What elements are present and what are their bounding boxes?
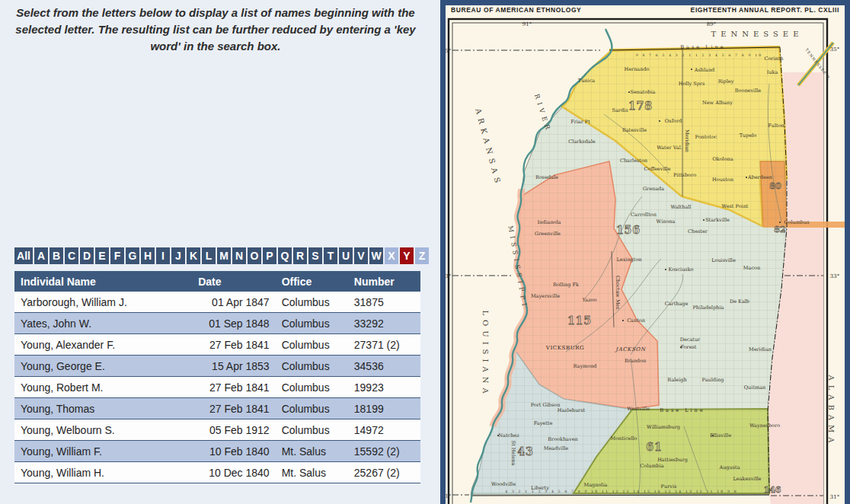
cell-date: 05 Feb 1912 (192, 419, 275, 441)
letter-p[interactable]: P (263, 247, 276, 264)
town-label: Oxford (665, 118, 682, 124)
cell-name: Young, George E. (14, 356, 192, 377)
town-label: Quitman (744, 384, 765, 391)
col-header-date: Date (192, 271, 275, 292)
town-label: Corinth (764, 56, 783, 62)
letter-all[interactable]: All (14, 247, 33, 264)
town-label: Fulton (768, 123, 784, 129)
town-label: Williamsburg (647, 424, 680, 430)
lon-label: 89° (707, 21, 716, 27)
letter-j[interactable]: J (171, 247, 185, 264)
map-header-right: EIGHTEENTH ANNUAL REPORT. PL. CXLIII (691, 6, 839, 14)
letter-i[interactable]: I (156, 247, 170, 264)
cell-date: 27 Feb 1841 (192, 398, 275, 419)
table-row: Young, Robert M.27 Feb 1841Columbus19923 (14, 377, 420, 398)
cell-office: Mt. Salus (276, 462, 348, 483)
cell-date: 10 Feb 1840 (192, 441, 275, 462)
letter-q[interactable]: Q (278, 247, 292, 264)
cell-date: 01 Sep 1848 (192, 313, 275, 334)
cell-office: Columbus (276, 419, 348, 441)
letter-g[interactable]: G (126, 247, 139, 264)
letter-m[interactable]: M (217, 247, 231, 264)
state-label-tennessee: TENNESSEE (711, 30, 804, 38)
letter-s[interactable]: S (308, 247, 322, 264)
town-label: Holly Sprs (679, 81, 705, 87)
letter-k[interactable]: K (187, 247, 200, 264)
letter-b[interactable]: B (50, 247, 63, 264)
cell-date: 27 Feb 1841 (192, 377, 275, 398)
base-line-numbers: 9 8 7 6 5 4 3 2 1 1 2 3 4 5 6 7 8 9 10 (636, 53, 763, 57)
town-label: Winona (657, 219, 676, 225)
town-label: Coffeeville (644, 166, 671, 172)
map-plate: BUREAU OF AMERICAN ETHNOLOGY EIGHTEENTH … (440, 0, 850, 504)
letter-e[interactable]: E (95, 247, 109, 264)
letter-r[interactable]: R (293, 247, 307, 264)
town-label: Raymond (573, 363, 596, 369)
cell-name: Young, William H. (14, 462, 192, 483)
letter-h[interactable]: H (141, 247, 155, 264)
region-number-146: 146 (764, 485, 781, 495)
town-label: Water Val. (657, 145, 682, 151)
cell-date: 01 Apr 1847 (192, 292, 275, 313)
cell-date: 15 Apr 1853 (192, 356, 275, 377)
col-header-number: Number (348, 271, 420, 292)
town-label: Hazlehurst (558, 407, 586, 413)
town-label: Port Gibson (531, 402, 561, 408)
town-label: Pontotoc (695, 134, 717, 140)
town-label: Magnolia (584, 482, 608, 488)
cell-date: 10 Dec 1840 (192, 462, 275, 483)
town-label: Iuka (767, 69, 778, 75)
town-label: JACKSON (615, 346, 647, 352)
letter-u[interactable]: U (339, 247, 353, 264)
town-label: Ripley (718, 78, 734, 85)
town-label: Aberdeen (747, 174, 772, 180)
town-label: Lexington (617, 257, 642, 263)
letter-z[interactable]: Z (415, 247, 429, 264)
cell-number: 15592 (2) (348, 441, 420, 462)
town-label: Charleston (620, 158, 647, 164)
letter-c[interactable]: C (65, 247, 78, 264)
map-header-left: BUREAU OF AMERICAN ETHNOLOGY (451, 6, 581, 14)
town-label: Clarksdale (568, 139, 595, 145)
letter-d[interactable]: D (80, 247, 94, 264)
table-row: Young, Welbourn S.05 Feb 1912Columbus149… (14, 419, 420, 441)
letter-x[interactable]: X (385, 247, 398, 264)
cell-office: Mt. Salus (276, 441, 348, 462)
town-label: Forest (681, 344, 697, 350)
cell-number: 31875 (348, 292, 420, 313)
town-label: Batesville (622, 127, 647, 133)
cell-name: Young, Welbourn S. (14, 419, 192, 441)
intro-text: Select from the letters below to display… (6, 5, 425, 55)
lat-label: 31° (830, 494, 839, 500)
town-label: Hattiesburg (657, 457, 688, 463)
cell-office: Columbus (276, 292, 348, 313)
region-number-115: 115 (567, 314, 592, 327)
town-label: Brookhaven (548, 436, 577, 442)
table-row: Young, William H.10 Dec 1840Mt. Salus252… (14, 462, 420, 483)
town-label: Louisville (711, 257, 736, 263)
meridian-label: Meridian (684, 129, 690, 152)
letter-w[interactable]: W (369, 247, 383, 264)
town-label: Houston (712, 177, 733, 183)
letter-o[interactable]: O (248, 247, 261, 264)
letter-a[interactable]: A (34, 247, 48, 264)
cell-number: 34536 (348, 356, 420, 377)
town-label: Fayette (534, 420, 553, 426)
cell-number: 33292 (348, 313, 420, 334)
letter-l[interactable]: L (202, 247, 216, 264)
letter-bar: All A B C D E F G H I J K L M N O P Q R … (14, 247, 429, 264)
base-line-label: Base Line (680, 44, 725, 50)
town-label: Starkville (705, 217, 730, 223)
base-line-south-label: Base Line (660, 407, 705, 413)
letter-y[interactable]: Y (400, 247, 414, 264)
town-label: Paulding (702, 377, 724, 383)
letter-t[interactable]: T (324, 247, 337, 264)
cell-number: 27371 (2) (348, 334, 420, 356)
letter-v[interactable]: V (354, 247, 368, 264)
town-label: Augusta (718, 464, 740, 471)
town-label: Columbus (784, 219, 810, 225)
letter-f[interactable]: F (110, 247, 124, 264)
cell-name: Young, Alexander F. (14, 334, 192, 356)
town-label: Columbia (640, 463, 664, 469)
letter-n[interactable]: N (232, 247, 246, 264)
